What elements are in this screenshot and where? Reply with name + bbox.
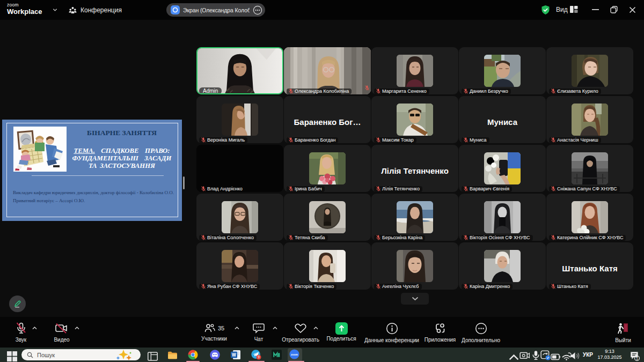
svg-text:zoom: zoom <box>291 353 298 356</box>
svg-text:9: 9 <box>258 355 260 359</box>
svg-text:1: 1 <box>636 356 638 361</box>
